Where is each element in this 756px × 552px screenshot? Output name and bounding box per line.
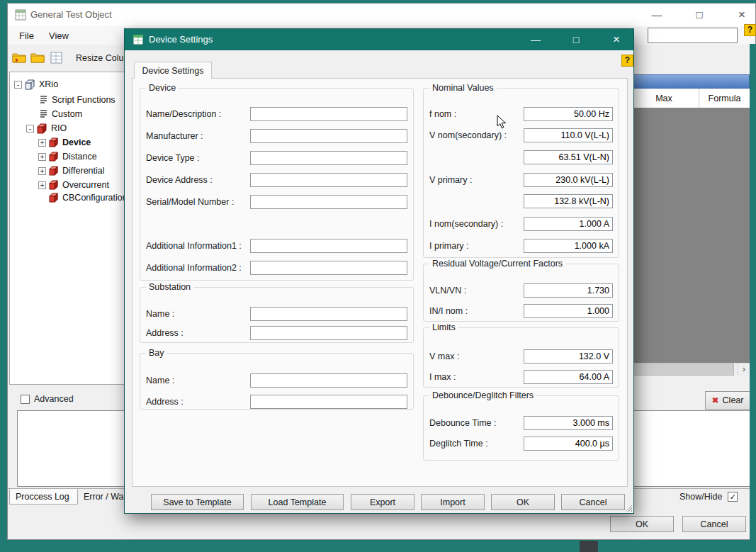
nominal-values-groupbox: Nominal Values f nom : V nom(secondary) …: [423, 88, 619, 258]
manufacturer-label: Manufacturer :: [146, 131, 203, 141]
tree-node-script-functions[interactable]: Script Functions: [38, 94, 115, 106]
substation-name-input[interactable]: [250, 307, 407, 321]
resize-grip[interactable]: [624, 504, 632, 512]
field-row: VLN/VN :: [429, 283, 613, 298]
grid-column-header-max[interactable]: Max: [628, 89, 699, 108]
serial-model-input[interactable]: [250, 195, 407, 209]
dialog-maximize-button[interactable]: □: [562, 29, 590, 50]
v-primary-label: V primary :: [429, 175, 472, 185]
advanced-checkbox[interactable]: [21, 395, 30, 404]
clear-button[interactable]: ✖ Clear: [705, 391, 750, 410]
import-folder-button[interactable]: [11, 49, 28, 66]
v-nom-secondary-ln-input[interactable]: [524, 150, 613, 164]
v-nom-secondary-label: V nom(secondary) :: [429, 130, 507, 140]
dialog-help-button[interactable]: ?: [621, 55, 633, 67]
manufacturer-input[interactable]: [250, 129, 407, 143]
debounce-time-input[interactable]: [524, 416, 613, 430]
tree-label: Custom: [52, 109, 82, 119]
grid-tool-button[interactable]: [47, 49, 64, 66]
dialog-titlebar[interactable]: Device Settings — □ ×: [125, 29, 633, 50]
v-max-input[interactable]: [524, 349, 613, 364]
tree-node-xrio[interactable]: - XRio: [14, 78, 58, 91]
deglitch-time-label: Deglitch Time :: [429, 439, 488, 449]
device-address-input[interactable]: [250, 173, 407, 187]
grid-icon: [50, 52, 62, 64]
vln-vn-input[interactable]: [524, 283, 613, 298]
f-nom-input[interactable]: [524, 107, 613, 121]
expander-icon[interactable]: +: [38, 153, 46, 161]
serial-model-label: Serial/Model Number :: [146, 197, 234, 207]
additional-info2-input[interactable]: [250, 261, 407, 275]
menu-view[interactable]: View: [43, 29, 74, 43]
expander-icon[interactable]: -: [26, 125, 34, 133]
in-inom-input[interactable]: [524, 304, 613, 318]
script-icon: [38, 109, 49, 119]
save-to-template-button[interactable]: Save to Template: [151, 494, 244, 510]
bay-address-input[interactable]: [250, 395, 407, 409]
menu-file[interactable]: File: [13, 29, 40, 43]
substation-address-input[interactable]: [250, 326, 407, 340]
taskbar-item: [580, 541, 598, 552]
tree-node-differential[interactable]: + Differential: [38, 164, 105, 177]
ok-button[interactable]: OK: [610, 516, 674, 532]
field-row: IN/I nom :: [429, 304, 613, 318]
tree-label: RIO: [51, 123, 67, 133]
expander-icon[interactable]: +: [38, 167, 46, 175]
i-nom-secondary-input[interactable]: [524, 217, 613, 231]
close-button[interactable]: ×: [727, 4, 756, 26]
field-row: Device Type :: [146, 151, 407, 165]
show-hide-row[interactable]: Show/Hide ✓: [679, 492, 738, 502]
v-nom-secondary-ll-input[interactable]: [524, 128, 613, 142]
field-row: Manufacturer :: [146, 129, 407, 143]
mouse-cursor: [497, 115, 507, 132]
tree-node-overcurrent[interactable]: + Overcurrent: [38, 179, 109, 191]
device-type-input[interactable]: [250, 151, 407, 165]
i-primary-input[interactable]: [524, 239, 613, 253]
grid-column-header-formula[interactable]: Formula: [699, 89, 750, 108]
main-help-button[interactable]: ?: [744, 24, 756, 36]
nominal-values-title: Nominal Values: [429, 83, 497, 93]
expander-icon[interactable]: -: [14, 81, 22, 89]
import-button[interactable]: Import: [421, 494, 485, 510]
folder-import-icon: [12, 52, 26, 63]
dialog-ok-button[interactable]: OK: [491, 494, 555, 510]
expander-icon[interactable]: +: [38, 181, 46, 189]
name-description-input[interactable]: [250, 107, 407, 121]
load-template-button[interactable]: Load Template: [251, 494, 344, 510]
tab-device-settings[interactable]: Device Settings: [134, 62, 212, 79]
header-input[interactable]: [648, 28, 738, 43]
advanced-checkbox-row[interactable]: Advanced: [21, 394, 74, 404]
cancel-button[interactable]: Cancel: [682, 516, 746, 532]
dialog-minimize-button[interactable]: —: [521, 29, 550, 50]
bay-name-input[interactable]: [250, 373, 407, 388]
dialog-close-button[interactable]: ×: [602, 29, 631, 50]
clear-x-icon: ✖: [712, 395, 719, 405]
minimize-button[interactable]: —: [642, 4, 672, 26]
expander-icon[interactable]: +: [38, 139, 46, 147]
field-row: [429, 194, 613, 208]
device-address-label: Device Address :: [146, 175, 213, 185]
export-button[interactable]: Export: [351, 494, 414, 510]
export-folder-button[interactable]: [29, 49, 46, 66]
tree-node-cbconfiguration[interactable]: CBConfiguration: [49, 191, 128, 204]
deglitch-time-input[interactable]: [524, 436, 613, 451]
tree-node-device[interactable]: + Device: [38, 136, 91, 149]
additional-info1-input[interactable]: [250, 239, 407, 253]
v-primary-ln-input[interactable]: [524, 194, 613, 208]
i-max-input[interactable]: [524, 370, 613, 384]
v-primary-ll-input[interactable]: [524, 173, 613, 187]
tree-node-distance[interactable]: + Distance: [38, 150, 97, 163]
field-row: [429, 150, 613, 164]
device-settings-tabpage: Device Name/Description : Manufacturer :…: [132, 78, 628, 487]
dialog-cancel-button[interactable]: Cancel: [561, 494, 625, 510]
show-hide-checkbox[interactable]: ✓: [728, 492, 738, 502]
maximize-button[interactable]: □: [684, 4, 714, 26]
field-row: Debounce Time :: [429, 416, 613, 430]
tree-node-rio[interactable]: - RIO: [26, 122, 67, 135]
dialog-title: Device Settings: [149, 34, 213, 45]
tab-process-log[interactable]: Proccess Log: [9, 489, 78, 505]
vln-vn-label: VLN/VN :: [429, 286, 466, 295]
scroll-right-button[interactable]: ›: [738, 364, 750, 376]
tree-node-custom[interactable]: Custom: [38, 108, 82, 120]
red-cube-icon: [37, 123, 48, 134]
